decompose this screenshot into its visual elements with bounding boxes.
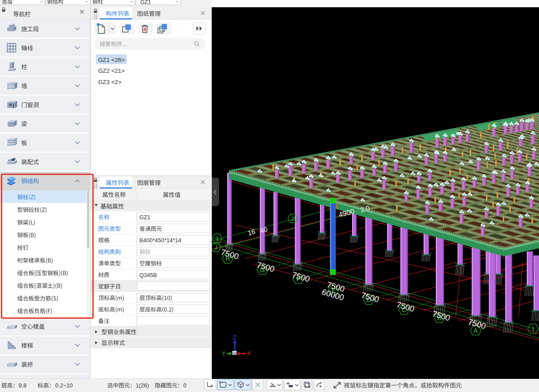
svg-text:Y: Y bbox=[222, 350, 225, 357]
svg-text:0.2~10: 0.2~10 bbox=[55, 383, 73, 389]
svg-text:GZ3 <2>: GZ3 <2> bbox=[98, 79, 121, 85]
svg-text:J: J bbox=[215, 244, 218, 251]
svg-text:2: 2 bbox=[291, 215, 294, 222]
svg-text:1(26): 1(26) bbox=[136, 383, 149, 389]
svg-text:B400*450*14*14: B400*450*14*14 bbox=[139, 237, 181, 244]
svg-text:0: 0 bbox=[183, 383, 186, 389]
svg-text:GZ1: GZ1 bbox=[139, 214, 150, 221]
svg-text:1: 1 bbox=[531, 326, 534, 332]
svg-text:GZ2 <21>: GZ2 <21> bbox=[98, 67, 125, 74]
svg-text:Q345B: Q345B bbox=[139, 272, 157, 279]
svg-text:1: 1 bbox=[215, 235, 219, 242]
svg-text:Z: Z bbox=[233, 335, 236, 341]
svg-text:GZ1 <26>: GZ1 <26> bbox=[98, 57, 125, 63]
svg-text:GZ1: GZ1 bbox=[140, 0, 151, 5]
svg-text:9.8: 9.8 bbox=[19, 383, 26, 389]
svg-text:X: X bbox=[247, 350, 251, 357]
svg-text:...: ... bbox=[122, 41, 127, 47]
